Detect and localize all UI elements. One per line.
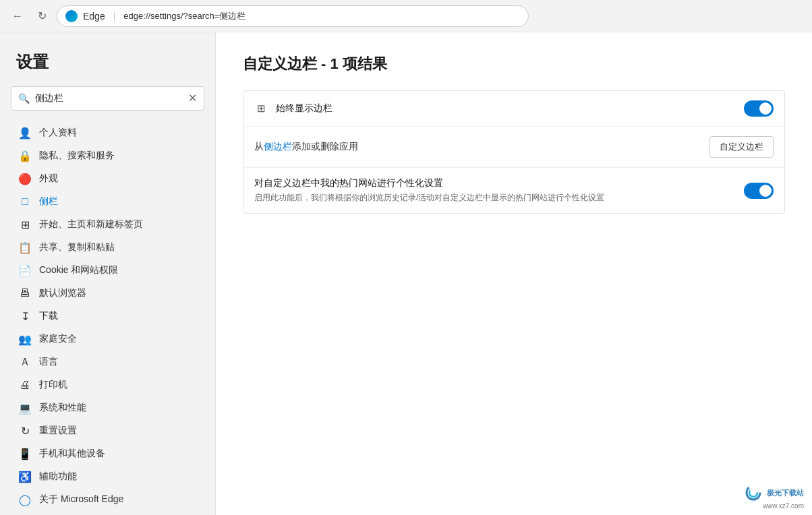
refresh-button[interactable]: ↻ (32, 7, 51, 26)
always-show-icon: ⊞ (254, 102, 268, 115)
watermark-logo: 极光下载站 (744, 483, 804, 502)
watermark-spiral-icon (744, 483, 763, 502)
personalize-toggle[interactable] (744, 183, 774, 199)
edge-logo-icon (65, 10, 78, 22)
sidebar-item-system[interactable]: 💻 系统和性能 (3, 396, 212, 419)
sidebar-item-family[interactable]: 👥 家庭安全 (3, 328, 212, 351)
browser-icon: 🖶 (19, 287, 31, 299)
about-icon: ◯ (19, 493, 31, 506)
settings-sidebar: 设置 🔍 ✕ 👤 个人资料 🔒 隐私、搜索和服务 🔴 外观 □ 侧栏 (0, 32, 216, 515)
share-icon: 📋 (19, 241, 31, 253)
family-icon: 👥 (19, 333, 31, 345)
sidebar-item-downloads[interactable]: ↧ 下载 (3, 305, 212, 328)
sidebar-item-privacy[interactable]: 🔒 隐私、搜索和服务 (3, 144, 212, 167)
profile-icon: 👤 (19, 127, 31, 139)
sidebar-nav: 👤 个人资料 🔒 隐私、搜索和服务 🔴 外观 □ 侧栏 ⊞ 开始、主页和新建标签… (0, 121, 215, 511)
watermark-site-name: 极光下载站 (767, 488, 804, 498)
sidebar-item-appearance[interactable]: 🔴 外观 (3, 167, 212, 190)
address-bar: Edge | edge://settings/?search=侧边栏 (57, 5, 529, 27)
sidebar-item-label: 开始、主页和新建标签页 (39, 218, 143, 231)
svg-point-1 (749, 489, 757, 497)
downloads-icon: ↧ (19, 310, 31, 322)
sidebar-item-label: 家庭安全 (39, 333, 77, 345)
personalize-description: 启用此功能后，我们将根据你的浏览历史记录/活动对自定义边栏中显示的热门网站进行个… (254, 192, 733, 204)
sidebar-item-label: 侧栏 (39, 195, 58, 208)
sidebar-title: 设置 (0, 51, 215, 86)
watermark: 极光下载站 www.xz7.com (744, 483, 804, 510)
sidebar-item-label: 下载 (39, 310, 58, 322)
sidebar-item-newtab[interactable]: ⊞ 开始、主页和新建标签页 (3, 213, 212, 236)
appearance-icon: 🔴 (19, 173, 31, 185)
always-show-toggle[interactable] (744, 100, 774, 117)
sidebar-item-label: Cookie 和网站权限 (39, 264, 118, 276)
settings-card: ⊞ 始终显示边栏 从侧边栏添加或删除应用 自定义边栏 对自定义边栏中我的热门网站… (243, 90, 785, 214)
sidebar-item-sidebar[interactable]: □ 侧栏 (3, 190, 212, 213)
sidebar-item-about[interactable]: ◯ 关于 Microsoft Edge (3, 488, 212, 511)
add-remove-setting-row: 从侧边栏添加或删除应用 自定义边栏 (243, 127, 784, 168)
page-title: 自定义边栏 - 1 项结果 (243, 54, 785, 74)
url-text: edge://settings/?search=侧边栏 (123, 10, 520, 22)
search-input[interactable] (35, 93, 183, 104)
always-show-label: 始终显示边栏 (276, 102, 744, 115)
system-icon: 💻 (19, 402, 31, 414)
sidebar-item-label: 重置设置 (39, 425, 77, 437)
sidebar-item-accessibility[interactable]: ♿ 辅助功能 (3, 465, 212, 488)
main-content: 自定义边栏 - 1 项结果 ⊞ 始终显示边栏 从侧边栏添加或删除应用 自定义边栏 (216, 32, 812, 515)
sidebar-item-label: 个人资料 (39, 127, 77, 139)
sidebar-item-cookies[interactable]: 📄 Cookie 和网站权限 (3, 259, 212, 282)
back-button[interactable]: ← (8, 7, 27, 26)
watermark-url: www.xz7.com (744, 502, 804, 510)
sidebar-item-default-browser[interactable]: 🖶 默认浏览器 (3, 282, 212, 305)
personalize-label: 对自定义边栏中我的热门网站进行个性化设置 (254, 177, 733, 189)
search-icon: 🔍 (18, 93, 30, 104)
sidebar-item-label: 隐私、搜索和服务 (39, 150, 115, 162)
sidebar-item-label: 手机和其他设备 (39, 448, 105, 460)
cookies-icon: 📄 (19, 264, 31, 276)
sidebar-item-profile[interactable]: 👤 个人资料 (3, 121, 212, 144)
always-show-setting-row: ⊞ 始终显示边栏 (243, 91, 784, 127)
reset-icon: ↻ (19, 425, 31, 437)
sidebar-item-label: 关于 Microsoft Edge (39, 493, 123, 506)
printer-icon: 🖨 (19, 379, 31, 391)
toggle-slider (744, 183, 774, 199)
mobile-icon: 📱 (19, 448, 31, 460)
sidebar-link[interactable]: 侧边栏 (264, 141, 292, 152)
search-box[interactable]: 🔍 ✕ (11, 86, 204, 111)
sidebar-icon: □ (19, 195, 31, 208)
sidebar-item-reset[interactable]: ↻ 重置设置 (3, 419, 212, 442)
app-name-label: Edge (83, 11, 105, 22)
sidebar-item-label: 打印机 (39, 379, 67, 391)
personalize-setting-row: 对自定义边栏中我的热门网站进行个性化设置 启用此功能后，我们将根据你的浏览历史记… (243, 168, 784, 213)
sidebar-item-label: 语言 (39, 356, 58, 368)
customize-sidebar-button[interactable]: 自定义边栏 (709, 136, 774, 158)
sidebar-item-label: 辅助功能 (39, 471, 77, 483)
sidebar-item-share[interactable]: 📋 共享、复制和粘贴 (3, 236, 212, 259)
browser-chrome: ← ↻ Edge | edge://settings/?search=侧边栏 (0, 0, 812, 32)
sidebar-item-label: 默认浏览器 (39, 287, 86, 299)
language-icon: Ａ (19, 356, 31, 368)
sidebar-item-label: 外观 (39, 173, 58, 185)
accessibility-icon: ♿ (19, 471, 31, 483)
newtab-icon: ⊞ (19, 218, 31, 231)
sidebar-item-printer[interactable]: 🖨 打印机 (3, 373, 212, 396)
page-layout: 设置 🔍 ✕ 👤 个人资料 🔒 隐私、搜索和服务 🔴 外观 □ 侧栏 (0, 32, 812, 515)
clear-search-button[interactable]: ✕ (188, 93, 197, 104)
add-remove-label: 从侧边栏添加或删除应用 (254, 141, 709, 153)
sidebar-item-language[interactable]: Ａ 语言 (3, 351, 212, 373)
sidebar-item-label: 系统和性能 (39, 402, 86, 414)
personalize-content: 对自定义边栏中我的热门网站进行个性化设置 启用此功能后，我们将根据你的浏览历史记… (254, 177, 733, 204)
privacy-icon: 🔒 (19, 150, 31, 162)
toggle-slider (744, 100, 774, 117)
sidebar-item-label: 共享、复制和粘贴 (39, 241, 115, 253)
sidebar-item-mobile[interactable]: 📱 手机和其他设备 (3, 442, 212, 465)
